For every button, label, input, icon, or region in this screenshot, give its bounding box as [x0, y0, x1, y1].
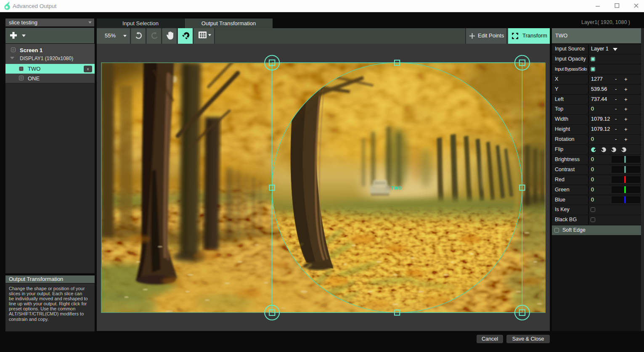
svg-text:TWO: TWO — [391, 185, 402, 191]
